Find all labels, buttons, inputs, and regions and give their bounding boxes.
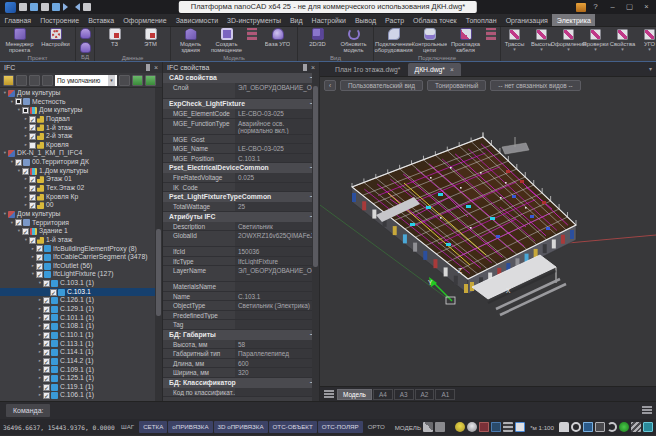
tree-item[interactable]: ▾✓IfcLightFixture (127) — [0, 270, 162, 279]
tree-item[interactable]: ▸✓C.119.1 (1) — [0, 383, 162, 392]
checkbox[interactable]: ✓ — [29, 194, 36, 201]
update-icon[interactable] — [576, 3, 586, 12]
close-button[interactable]: × — [639, 1, 654, 13]
ribbon-button[interactable] — [484, 27, 498, 40]
tree-item[interactable]: ▾✓C.103.1 (1) — [0, 279, 162, 288]
tree-item[interactable]: ▸✓C.113.1 (1) — [0, 340, 162, 349]
sort-icon[interactable] — [119, 75, 130, 86]
redo-icon[interactable] — [73, 3, 80, 11]
property-section-header[interactable]: Pset_LightFixtureTypeCommon− — [163, 192, 319, 202]
paper-icon[interactable] — [435, 422, 445, 432]
filter-combobox[interactable]: По умолчанию ▾ — [55, 75, 117, 86]
tree-item[interactable]: ▾✓Здание 1 — [0, 227, 162, 236]
checkbox[interactable]: ✓ — [43, 297, 50, 304]
tree-item[interactable]: ▸✓00 — [0, 201, 162, 210]
property-section-header[interactable]: Pset_ElectricalDeviceCommon− — [163, 163, 319, 173]
property-row[interactable]: GlobalId2OWXRZ16v625QIMAFeJШ — [163, 231, 319, 247]
panel-close-icon[interactable]: × — [154, 64, 158, 71]
tab-list-caret-icon[interactable]: ▾ — [649, 63, 652, 76]
tree-item[interactable]: ▾Дом культуры — [0, 210, 162, 219]
ribbon-button[interactable]: Прокладка кабеля — [448, 27, 483, 54]
sheet-menu-icon[interactable] — [324, 390, 334, 398]
viewport-control-button[interactable]: Тонированный — [427, 80, 486, 91]
property-row[interactable]: MGE_FunctionTypeАварийное осв. (нормальн… — [163, 119, 319, 135]
property-row[interactable]: Высота, мм58 — [163, 340, 319, 350]
ribbon-button[interactable] — [245, 27, 259, 40]
property-row[interactable]: MGE_Gost — [163, 135, 319, 145]
ribbon-dropdown-button[interactable]: Свойства▾ — [609, 27, 636, 61]
checkbox[interactable]: ✓ — [43, 384, 50, 391]
property-row[interactable]: Длина, мм600 — [163, 359, 319, 369]
checkbox[interactable]: ✓ — [43, 332, 50, 339]
maximize-button[interactable]: ▢ — [622, 1, 637, 13]
pick-cursor-icon[interactable] — [491, 422, 501, 432]
save-all-icon[interactable] — [52, 3, 60, 11]
export-icon[interactable] — [16, 75, 27, 86]
properties-scrollbar[interactable] — [312, 73, 319, 401]
property-row[interactable]: MGE_PositionC.103.1 — [163, 154, 319, 164]
ribbon-button[interactable]: Контрольные цепи — [412, 27, 447, 54]
zoom-icon[interactable] — [571, 422, 581, 432]
ribbon-tab[interactable]: Электрика — [552, 14, 595, 26]
ribbon-tab[interactable]: Облака точек — [409, 14, 462, 26]
tree-item[interactable]: ▸✓Подвал — [0, 115, 162, 124]
tree-item[interactable]: ▸✓C.114.2 (1) — [0, 357, 162, 366]
property-row[interactable]: PredefinedType — [163, 311, 319, 321]
tree-item[interactable]: ▸✓IfcOutlet (56) — [0, 262, 162, 271]
lightbulb-off-icon[interactable] — [467, 422, 477, 432]
sheet-tab[interactable]: A2 — [415, 389, 435, 400]
property-row[interactable]: Код по классификат... — [163, 388, 319, 398]
tree-item[interactable]: ▸✓C.106.1 (1) — [0, 391, 162, 400]
ribbon-button[interactable]: База УГО — [260, 27, 295, 54]
ribbon-button[interactable]: Модель здания — [173, 27, 208, 54]
model-space-label[interactable]: МОДЕЛЬ — [395, 424, 421, 431]
checkbox[interactable]: ✓ — [29, 116, 36, 123]
ribbon-dropdown-button[interactable]: Трассы▾ — [501, 27, 528, 61]
pin-icon[interactable] — [146, 64, 150, 71]
ribbon-dropdown-button[interactable]: Проверки▾ — [582, 27, 609, 61]
ribbon-button[interactable]: Создать помещение — [209, 27, 244, 54]
checkbox[interactable] — [15, 98, 22, 105]
checkbox[interactable]: ✓ — [29, 176, 36, 183]
checkbox[interactable]: ✓ — [36, 254, 43, 261]
ribbon-tab[interactable]: Главная — [0, 14, 36, 26]
checkbox[interactable]: ✓ — [50, 289, 57, 296]
checkbox[interactable]: ✓ — [29, 185, 36, 192]
property-section-header[interactable]: БД: Габариты− — [163, 330, 319, 340]
checkbox[interactable]: ✓ — [43, 323, 50, 330]
property-row[interactable]: ObjectTypeСветильник (Электрика) — [163, 301, 319, 311]
property-row[interactable]: DescriptionСветильник — [163, 222, 319, 232]
checkbox[interactable]: ✓ — [43, 349, 50, 356]
tree-item[interactable]: ▸✓Кровля Кр — [0, 193, 162, 202]
combo-caret-icon[interactable]: ▾ — [108, 75, 115, 86]
tree-item[interactable]: ▾Дом культуры — [0, 106, 162, 115]
checkbox[interactable]: ✓ — [29, 124, 36, 131]
checkbox[interactable]: ✓ — [29, 237, 36, 244]
checkbox[interactable]: ✓ — [36, 263, 43, 270]
checkbox[interactable]: ✓ — [22, 228, 29, 235]
status-toggle[interactable]: ОТС-ОБЪЕКТ — [269, 421, 317, 433]
tree-item[interactable]: ▾✓00.Территория ДК — [0, 158, 162, 167]
tree-item[interactable]: ▾✓1.Дом культуры — [0, 167, 162, 176]
lightbulb-on-icon[interactable] — [455, 422, 465, 432]
checkbox[interactable]: ✓ — [43, 340, 50, 347]
checkbox[interactable] — [22, 107, 29, 114]
tree-item[interactable]: ▾Местность — [0, 98, 162, 107]
ribbon-tab[interactable]: Вид — [285, 14, 307, 26]
property-row[interactable]: Габаритный типПараллелепипед — [163, 349, 319, 359]
ribbon-button[interactable]: 2D/3D — [300, 27, 335, 54]
property-section-header[interactable]: CAD свойства− — [163, 73, 319, 83]
ribbon-button[interactable]: ТЗ — [97, 27, 132, 54]
workspace-icon[interactable] — [423, 422, 433, 432]
ribbon-tab[interactable]: Вставка — [84, 14, 119, 26]
tree-item[interactable]: ▸✓2-й этаж — [0, 132, 162, 141]
tree-item[interactable]: ▾DK-N_1_KM_П_IFC4 — [0, 149, 162, 158]
db-refresh-icon[interactable] — [145, 75, 156, 86]
command-history-icon[interactable] — [642, 406, 652, 414]
property-row[interactable]: LayerNameЭЛ_ОБОРУДОВАНИЕ_Освещение_Авари… — [163, 266, 319, 282]
document-tab[interactable]: План 1го этажа.dwg* — [328, 63, 408, 76]
ribbon-tab[interactable]: Построение — [36, 14, 84, 26]
save-icon[interactable] — [41, 3, 49, 11]
property-row[interactable]: IfcTypeIfcLightFixture — [163, 257, 319, 267]
minimize-button[interactable]: – — [605, 1, 620, 13]
